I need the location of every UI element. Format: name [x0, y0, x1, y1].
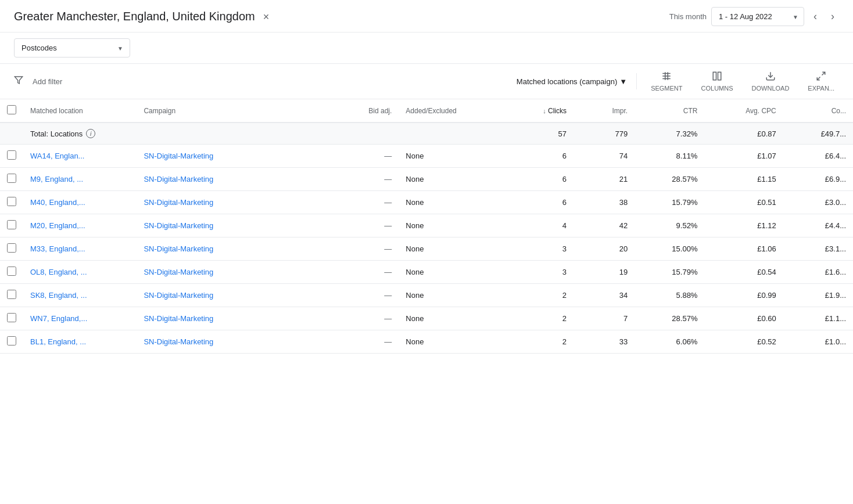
nav-prev-button[interactable]: ‹ [809, 8, 822, 25]
table-row: SK8, England, ... SN-Digital-Marketing —… [0, 284, 853, 307]
row-impr: 42 [574, 214, 635, 237]
row-avg-cpc: £0.52 [704, 330, 783, 354]
header-checkbox-cell [0, 99, 23, 123]
col-header-impr[interactable]: Impr. [574, 99, 635, 123]
matched-locations-label: Matched locations (campaign) [517, 77, 617, 86]
select-all-checkbox[interactable] [7, 105, 16, 114]
location-link[interactable]: M20, England,... [30, 221, 85, 230]
col-header-matched-location: Matched location [23, 99, 137, 123]
campaign-link[interactable]: SN-Digital-Marketing [144, 291, 213, 300]
toolbar-left: Add filter [14, 75, 67, 88]
row-checkbox[interactable] [7, 220, 16, 229]
row-clicks: 2 [504, 307, 574, 330]
row-location: M33, England,... [23, 237, 137, 261]
row-checkbox[interactable] [7, 197, 16, 206]
campaign-link[interactable]: SN-Digital-Marketing [144, 198, 213, 207]
add-filter-button[interactable]: Add filter [28, 75, 67, 88]
toolbar: Add filter Matched locations (campaign) … [0, 63, 853, 99]
location-link[interactable]: WN7, England,... [30, 314, 87, 323]
row-added-excluded: None [399, 214, 503, 237]
download-label: DOWNLOAD [752, 85, 790, 92]
segment-button[interactable]: SEGMENT [646, 69, 687, 94]
table-row: M40, England,... SN-Digital-Marketing — … [0, 191, 853, 214]
campaign-link[interactable]: SN-Digital-Marketing [144, 268, 213, 276]
row-ctr: 15.79% [635, 261, 704, 284]
row-added-excluded: None [399, 261, 503, 284]
row-avg-cpc: £1.07 [704, 145, 783, 168]
row-checkbox[interactable] [7, 150, 16, 160]
col-header-clicks[interactable]: ↓ Clicks [504, 99, 574, 123]
page-container: Greater Manchester, England, United King… [0, 0, 853, 504]
close-button[interactable]: × [261, 9, 272, 24]
row-bid-adj: — [329, 191, 399, 214]
col-header-avg-cpc[interactable]: Avg. CPC [704, 99, 783, 123]
row-co: £6.4... [783, 145, 853, 168]
matched-locations-chevron-icon: ▼ [619, 77, 627, 86]
campaign-link[interactable]: SN-Digital-Marketing [144, 314, 213, 323]
row-added-excluded: None [399, 237, 503, 261]
row-campaign: SN-Digital-Marketing [137, 168, 329, 191]
row-checkbox[interactable] [7, 290, 16, 299]
campaign-link[interactable]: SN-Digital-Marketing [144, 244, 213, 253]
row-checkbox[interactable] [7, 336, 16, 345]
row-campaign: SN-Digital-Marketing [137, 330, 329, 354]
columns-button[interactable]: COLUMNS [697, 69, 738, 94]
download-button[interactable]: DOWNLOAD [747, 69, 794, 94]
col-header-bid-adj: Bid adj. [329, 99, 399, 123]
row-checkbox[interactable] [7, 267, 16, 276]
expand-label: EXPAN... [808, 85, 834, 92]
columns-label: COLUMNS [701, 85, 733, 92]
location-link[interactable]: M9, England, ... [30, 175, 83, 183]
row-ctr: 8.11% [635, 145, 704, 168]
row-checkbox-cell [0, 145, 23, 168]
matched-locations-button[interactable]: Matched locations (campaign) ▼ [517, 77, 627, 86]
table-row: WN7, England,... SN-Digital-Marketing — … [0, 307, 853, 330]
campaign-link[interactable]: SN-Digital-Marketing [144, 221, 213, 230]
table-row: M33, England,... SN-Digital-Marketing — … [0, 237, 853, 261]
row-ctr: 15.79% [635, 191, 704, 214]
row-checkbox[interactable] [7, 313, 16, 322]
total-info-icon[interactable]: i [86, 129, 95, 138]
row-checkbox-cell [0, 284, 23, 307]
campaign-link[interactable]: SN-Digital-Marketing [144, 152, 213, 160]
location-link[interactable]: OL8, England, ... [30, 268, 87, 276]
postcodes-select[interactable]: Postcodes [14, 38, 130, 57]
col-header-ctr[interactable]: CTR [635, 99, 704, 123]
row-campaign: SN-Digital-Marketing [137, 307, 329, 330]
expand-icon [816, 71, 826, 84]
campaign-link[interactable]: SN-Digital-Marketing [144, 175, 213, 183]
row-checkbox[interactable] [7, 243, 16, 253]
sub-header: Postcodes [0, 33, 853, 63]
toolbar-right: Matched locations (campaign) ▼ SEGMENT [517, 69, 839, 94]
total-clicks: 57 [504, 123, 574, 145]
this-month-label: This month [669, 12, 707, 21]
header-right: This month 1 - 12 Aug 2022 ‹ › [669, 7, 839, 26]
date-range-select[interactable]: 1 - 12 Aug 2022 [711, 7, 804, 26]
svg-line-10 [817, 77, 820, 80]
row-bid-adj: — [329, 284, 399, 307]
location-link[interactable]: M33, England,... [30, 244, 85, 253]
expand-button[interactable]: EXPAN... [803, 69, 839, 94]
table-row: BL1, England, ... SN-Digital-Marketing —… [0, 330, 853, 354]
col-header-co[interactable]: Co... [783, 99, 853, 123]
row-location: M20, England,... [23, 214, 137, 237]
row-checkbox[interactable] [7, 174, 16, 183]
location-link[interactable]: WA14, Englan... [30, 152, 84, 160]
row-location: OL8, England, ... [23, 261, 137, 284]
row-checkbox-cell [0, 307, 23, 330]
location-link[interactable]: BL1, England, ... [30, 337, 86, 346]
row-bid-adj: — [329, 307, 399, 330]
nav-next-button[interactable]: › [826, 8, 839, 25]
location-link[interactable]: M40, England,... [30, 198, 85, 207]
location-link[interactable]: SK8, England, ... [30, 291, 87, 300]
row-added-excluded: None [399, 330, 503, 354]
total-checkbox-cell [0, 123, 23, 145]
row-impr: 33 [574, 330, 635, 354]
total-label-cell: Total: Locations i [23, 123, 399, 145]
svg-rect-7 [718, 72, 721, 80]
row-impr: 20 [574, 237, 635, 261]
row-co: £1.1... [783, 307, 853, 330]
row-checkbox-cell [0, 168, 23, 191]
row-clicks: 2 [504, 330, 574, 354]
campaign-link[interactable]: SN-Digital-Marketing [144, 337, 213, 346]
